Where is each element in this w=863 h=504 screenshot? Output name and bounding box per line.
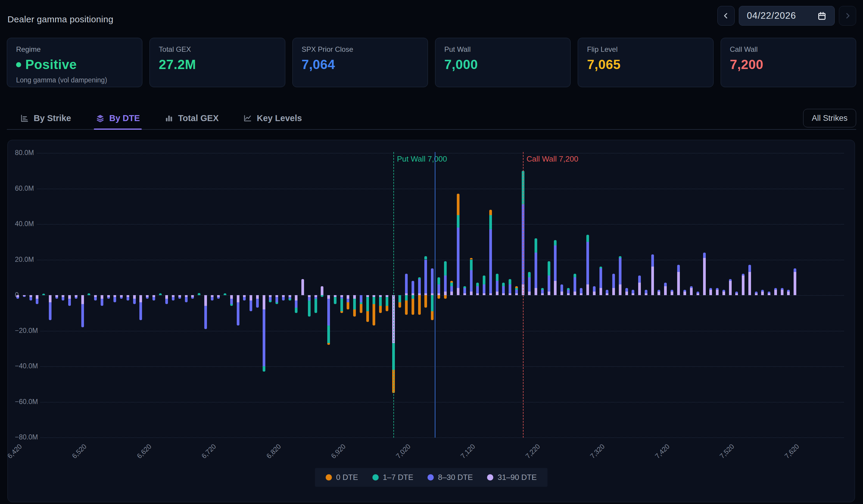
stat-card-regime: RegimePositiveLong gamma (vol dampening) (7, 38, 142, 87)
bar-segment-dte_8_30 (16, 297, 19, 299)
bar-6440 (29, 140, 32, 502)
all-strikes-button[interactable]: All Strikes (803, 109, 856, 127)
bar-7590 (774, 140, 777, 502)
bar-segment-dte_31_90 (768, 293, 771, 295)
bar-segment-dte_31_90 (554, 281, 556, 295)
stat-card-spx-prior-close: SPX Prior Close7,064 (292, 38, 428, 87)
bar-segment-dte_1_7 (502, 283, 505, 286)
bar-6420 (16, 140, 19, 502)
bar-7350 (619, 140, 622, 502)
bar-segment-dte_1_7 (230, 304, 233, 306)
date-input[interactable]: 04/22/2026 (739, 6, 835, 26)
bar-6880 (314, 140, 317, 502)
bar-segment-dte_31_90 (450, 292, 453, 295)
bar-segment-dte_31_90 (729, 281, 732, 295)
bar-segment-dte_31_90 (509, 293, 511, 295)
date-value: 04/22/2026 (747, 10, 796, 21)
bar-7480 (703, 140, 706, 502)
tabs-row: By StrikeBy DTETotal GEXKey Levels All S… (7, 107, 856, 130)
bar-7440 (677, 140, 680, 502)
bar-segment-dte_1_7 (431, 295, 434, 311)
bar-segment-dte_8_30 (755, 292, 758, 293)
bar-segment-dte_0 (470, 258, 473, 260)
stat-subtitle: Long gamma (vol dampening) (16, 76, 133, 84)
bar-segment-dte_8_30 (191, 297, 194, 299)
bar-segment-dte_1_7 (470, 260, 473, 270)
legend-item-0-dte[interactable]: 0 DTE (326, 473, 358, 482)
bar-segment-dte_8_30 (554, 245, 556, 281)
bar-segment-dte_31_90 (709, 290, 712, 295)
bar-segment-dte_8_30 (716, 288, 718, 290)
tab-by-strike[interactable]: By Strike (20, 107, 71, 129)
bar-segment-dte_8_30 (470, 270, 473, 292)
bar-7620 (793, 140, 796, 502)
bar-6480 (55, 140, 58, 502)
bar-6790 (256, 140, 259, 502)
bar-segment-dte_8_30 (645, 290, 647, 293)
bar-segment-dte_31_90 (677, 272, 680, 295)
bar-6730 (217, 140, 220, 502)
bar-segment-dte_31_90 (457, 288, 460, 295)
bar-6940 (353, 140, 356, 502)
bar-7600 (781, 140, 784, 502)
bar-7030 (412, 140, 414, 502)
legend-item-1-7-dte[interactable]: 1–7 DTE (372, 473, 413, 482)
bar-6670 (178, 140, 181, 502)
bar-segment-dte_1_7 (88, 293, 90, 295)
next-day-button[interactable] (839, 6, 856, 26)
bar-segment-dte_0 (444, 295, 447, 299)
bar-6540 (94, 140, 97, 502)
bar-segment-dte_8_30 (742, 274, 745, 275)
bar-segment-dte_1_7 (398, 295, 401, 302)
bar-segment-dte_31_90 (204, 295, 207, 306)
bar-7400 (651, 140, 654, 502)
stat-value: 27.2M (159, 57, 276, 72)
bar-6430 (23, 140, 26, 502)
bar-segment-dte_8_30 (275, 297, 278, 302)
bar-segment-dte_31_90 (139, 295, 142, 302)
bar-segment-dte_31_90 (593, 292, 596, 295)
bar-6870 (308, 140, 311, 502)
bar-segment-dte_8_30 (612, 274, 615, 288)
stat-value: 7,200 (730, 57, 847, 72)
bar-7260 (561, 140, 563, 502)
bar-segment-dte_31_90 (541, 293, 544, 295)
bar-6930 (347, 140, 349, 502)
bar-segment-dte_0 (450, 281, 453, 283)
stat-label: Put Wall (444, 45, 561, 54)
bar-segment-dte_8_30 (697, 292, 699, 293)
bar-segment-dte_31_90 (625, 292, 628, 295)
legend-label: 1–7 DTE (383, 473, 413, 482)
bar-segment-dte_0 (347, 302, 349, 309)
bar-segment-dte_1_7 (42, 294, 45, 295)
bar-6570 (113, 140, 116, 502)
bar-segment-dte_31_90 (295, 295, 298, 300)
bar-7420 (664, 140, 667, 502)
bar-6610 (139, 140, 142, 502)
bar-6530 (88, 140, 90, 502)
bar-segment-dte_8_30 (250, 300, 252, 311)
bar-7540 (742, 140, 745, 502)
calendar-icon[interactable] (817, 11, 827, 21)
bar-segment-dte_1_7 (489, 215, 492, 229)
legend-item-31-90-dte[interactable]: 31–90 DTE (487, 473, 537, 482)
bar-segment-dte_31_90 (476, 293, 479, 295)
bar-segment-dte_8_30 (269, 297, 272, 300)
bar-segment-dte_31_90 (638, 283, 641, 295)
bar-segment-dte_1_7 (418, 277, 421, 279)
prev-day-button[interactable] (717, 6, 735, 26)
bar-6970 (373, 140, 375, 502)
tab-total-gex[interactable]: Total GEX (164, 107, 218, 129)
tab-by-dte[interactable]: By DTE (96, 107, 140, 129)
bar-6650 (165, 140, 168, 502)
bar-segment-dte_1_7 (327, 325, 330, 343)
bar-6470 (49, 140, 51, 502)
bar-segment-dte_31_90 (101, 295, 103, 299)
bar-6750 (230, 140, 233, 502)
legend-item-8-30-dte[interactable]: 8–30 DTE (428, 473, 473, 482)
tab-key-levels[interactable]: Key Levels (243, 107, 302, 129)
bar-segment-dte_1_7 (528, 272, 531, 277)
bar-segment-dte_8_30 (528, 277, 531, 292)
put-wall-line (393, 152, 394, 438)
bar-segment-dte_8_30 (476, 286, 479, 293)
